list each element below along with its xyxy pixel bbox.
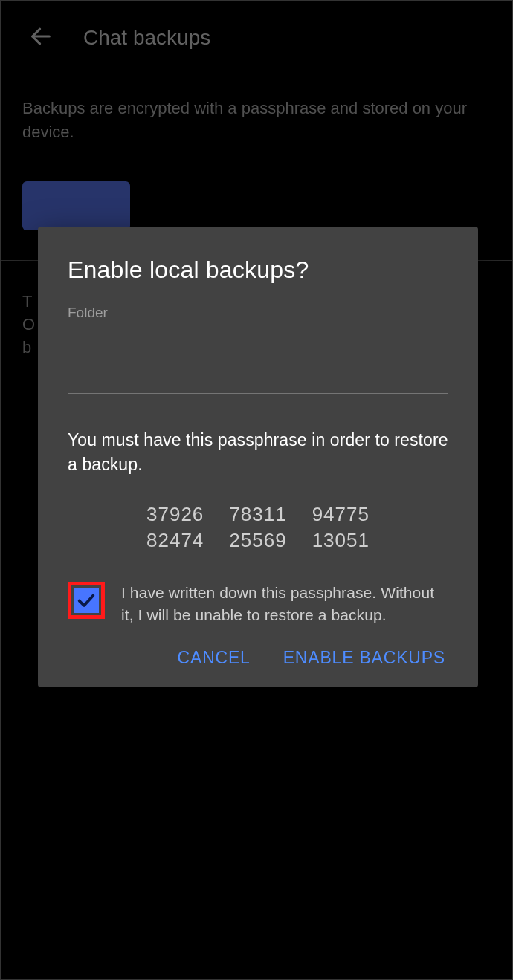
passphrase-segment: 37926	[146, 503, 204, 526]
passphrase-segment: 78311	[229, 503, 286, 526]
page-title: Chat backups	[83, 26, 210, 50]
passphrase-segment: 82474	[146, 529, 204, 552]
app-header: Chat backups	[1, 1, 512, 74]
page-description: Backups are encrypted with a passphrase …	[1, 74, 512, 181]
confirmation-checkbox-label: I have written down this passphrase. Wit…	[121, 582, 448, 627]
enable-backups-dialog: Enable local backups? Folder You must ha…	[38, 227, 478, 687]
passphrase-display: 37926 78311 94775 82474 25569 13051	[68, 503, 448, 552]
dialog-title: Enable local backups?	[68, 256, 448, 284]
passphrase-instruction: You must have this passphrase in order t…	[68, 428, 448, 478]
check-icon	[76, 590, 97, 611]
back-arrow-icon[interactable]	[28, 24, 54, 52]
confirmation-checkbox-row: I have written down this passphrase. Wit…	[68, 582, 448, 627]
checkbox-highlight-annotation	[68, 582, 105, 619]
passphrase-segment: 13051	[312, 529, 370, 552]
dialog-button-row: CANCEL ENABLE BACKUPS	[68, 648, 448, 668]
enable-backups-button[interactable]: ENABLE BACKUPS	[283, 648, 445, 668]
passphrase-segment: 94775	[312, 503, 370, 526]
cancel-button[interactable]: CANCEL	[178, 648, 251, 668]
passphrase-segment: 25569	[229, 529, 286, 552]
confirmation-checkbox[interactable]	[74, 588, 99, 613]
folder-input[interactable]	[68, 327, 448, 394]
folder-field-label: Folder	[68, 305, 448, 321]
hidden-primary-button	[22, 181, 130, 230]
